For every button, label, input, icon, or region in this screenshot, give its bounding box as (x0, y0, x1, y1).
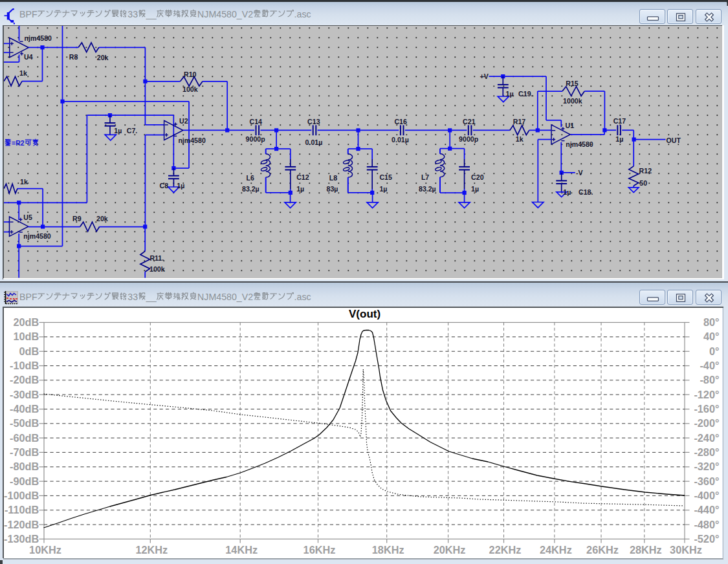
svg-text:1k: 1k (19, 69, 27, 77)
svg-text:0.01µ: 0.01µ (392, 136, 409, 144)
svg-text:20k: 20k (96, 215, 108, 222)
svg-text:L6: L6 (247, 174, 254, 182)
svg-text:-50dB: -50dB (10, 417, 39, 429)
svg-text:C20: C20 (471, 173, 484, 181)
svg-text:BPF: BPF (19, 9, 38, 19)
svg-text:83µ: 83µ (327, 185, 338, 193)
svg-text:-40dB: -40dB (10, 403, 39, 415)
svg-text:BPF: BPF (19, 292, 38, 302)
svg-text:__: __ (146, 292, 157, 302)
svg-text:-120dB: -120dB (4, 519, 39, 530)
svg-text:__: __ (146, 9, 157, 19)
svg-text:1µ: 1µ (114, 127, 122, 135)
svg-text:33: 33 (127, 292, 138, 302)
svg-text:1k: 1k (20, 178, 28, 186)
svg-text:83.2µ: 83.2µ (419, 185, 436, 193)
svg-text:-480°: -480° (694, 519, 719, 530)
svg-text:30KHz: 30KHz (670, 544, 702, 556)
svg-text:24KHz: 24KHz (540, 544, 572, 556)
svg-text:100k: 100k (182, 85, 198, 93)
svg-text:1000k: 1000k (563, 97, 582, 105)
svg-text:R10: R10 (184, 70, 197, 78)
svg-text:U4: U4 (24, 53, 33, 61)
svg-text:-80°: -80° (700, 374, 719, 385)
svg-text:1µ: 1µ (471, 185, 479, 193)
svg-text:njm4580: njm4580 (178, 136, 206, 144)
svg-text:1µ: 1µ (296, 185, 304, 193)
svg-text:C14: C14 (250, 118, 263, 125)
svg-text:R8: R8 (69, 53, 78, 61)
svg-text:-520°: -520° (694, 533, 719, 545)
svg-text:-240°: -240° (694, 432, 719, 444)
svg-text:26KHz: 26KHz (586, 544, 619, 556)
svg-text:C7.: C7. (127, 127, 138, 135)
svg-text:njm4580: njm4580 (25, 34, 52, 42)
svg-text:10KHz: 10KHz (29, 544, 61, 556)
svg-text:-60dB: -60dB (10, 432, 39, 444)
svg-text:14KHz: 14KHz (225, 544, 258, 556)
svg-text:18KHz: 18KHz (372, 544, 404, 556)
svg-text:1µ: 1µ (506, 90, 514, 98)
svg-text:NJM4580_V2: NJM4580_V2 (197, 292, 253, 302)
svg-text:V(out): V(out) (349, 308, 381, 320)
svg-text:C12: C12 (296, 173, 309, 181)
svg-text:C8: C8 (160, 182, 169, 190)
svg-text:=R2: =R2 (12, 139, 25, 147)
svg-text:C17: C17 (613, 117, 626, 125)
svg-text:-130dB: -130dB (4, 533, 39, 545)
svg-text:C16: C16 (394, 118, 407, 125)
svg-text:33: 33 (127, 9, 138, 19)
svg-text:U5: U5 (23, 213, 32, 221)
svg-text:C18.: C18. (579, 188, 593, 196)
svg-text:9000p: 9000p (246, 135, 266, 143)
svg-text:20dB: 20dB (13, 316, 39, 328)
svg-text:-V: -V (576, 169, 583, 177)
svg-text:-280°: -280° (694, 446, 719, 458)
svg-text:1k: 1k (516, 135, 524, 143)
svg-text:28KHz: 28KHz (630, 544, 662, 556)
svg-text:0.01µ: 0.01µ (305, 138, 323, 146)
svg-text:R12: R12 (639, 167, 652, 175)
svg-text:-90dB: -90dB (10, 475, 39, 487)
svg-text:R15: R15 (566, 80, 579, 87)
svg-text:NJM4580_V2: NJM4580_V2 (197, 9, 253, 19)
svg-text:U2: U2 (179, 117, 188, 125)
svg-text:0dB: 0dB (19, 345, 39, 357)
svg-text:OUT: OUT (667, 136, 681, 144)
svg-text:-100dB: -100dB (4, 490, 39, 501)
svg-text:C21: C21 (463, 118, 476, 125)
svg-text:20k: 20k (97, 54, 109, 61)
svg-text:40°: 40° (703, 331, 720, 342)
svg-text:njm4580: njm4580 (23, 232, 51, 240)
svg-text:L7: L7 (421, 173, 429, 181)
svg-text:-10dB: -10dB (10, 360, 39, 371)
svg-text:-40°: -40° (700, 360, 719, 371)
svg-text:10dB: 10dB (13, 331, 39, 342)
svg-text:-360°: -360° (694, 475, 719, 487)
svg-text:80°: 80° (703, 316, 720, 328)
svg-text:-30dB: -30dB (10, 389, 39, 400)
svg-text:-80dB: -80dB (10, 461, 39, 472)
svg-text:0°: 0° (709, 345, 720, 357)
svg-text:20KHz: 20KHz (434, 544, 466, 556)
svg-text:12KHz: 12KHz (135, 544, 168, 556)
svg-text:-320°: -320° (694, 461, 719, 472)
svg-text:-70dB: -70dB (10, 446, 39, 458)
svg-text:R11.: R11. (149, 254, 164, 262)
svg-text:22KHz: 22KHz (489, 544, 522, 556)
svg-text:C15: C15 (379, 173, 392, 181)
svg-text:C13: C13 (307, 118, 320, 125)
svg-text:+V: +V (480, 72, 489, 80)
svg-text:R9: R9 (72, 215, 82, 222)
svg-text:83.2µ: 83.2µ (242, 185, 259, 193)
svg-text:1µ: 1µ (177, 182, 184, 190)
svg-text:100k: 100k (149, 265, 165, 273)
svg-text:50: 50 (639, 179, 647, 187)
svg-text:-110dB: -110dB (5, 504, 39, 515)
svg-text:9000p: 9000p (459, 135, 479, 143)
svg-text:-160°: -160° (694, 403, 719, 415)
svg-text:1µ: 1µ (379, 185, 387, 193)
svg-text:-120°: -120° (694, 389, 719, 400)
svg-text:-200°: -200° (694, 417, 719, 429)
svg-text:U1: U1 (566, 122, 575, 129)
